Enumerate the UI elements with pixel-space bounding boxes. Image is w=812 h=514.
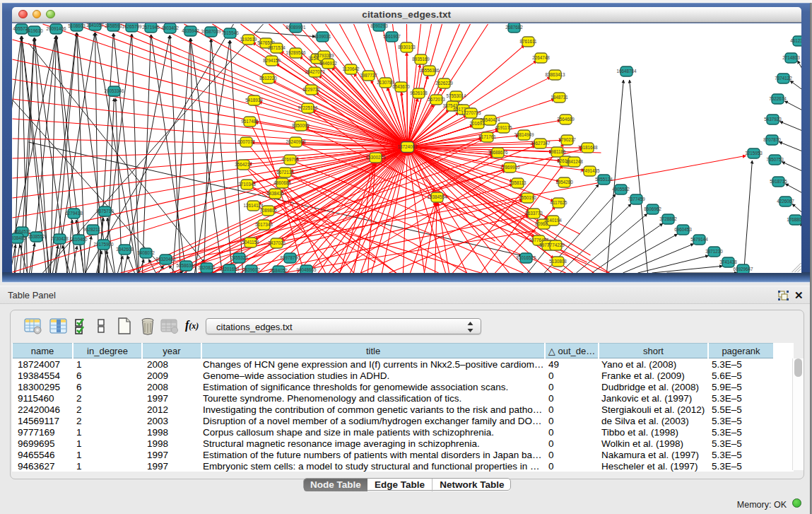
svg-text:29175900: 29175900 bbox=[93, 242, 114, 247]
svg-text:1192619: 1192619 bbox=[240, 37, 257, 42]
svg-text:6672134: 6672134 bbox=[276, 170, 294, 175]
svg-text:4191175: 4191175 bbox=[495, 125, 512, 130]
svg-text:8930103: 8930103 bbox=[398, 45, 416, 49]
svg-text:1987737: 1987737 bbox=[360, 73, 377, 78]
svg-text:6279418: 6279418 bbox=[65, 211, 83, 216]
svg-text:2110460: 2110460 bbox=[70, 237, 88, 242]
svg-text:1938483: 1938483 bbox=[12, 235, 26, 240]
svg-text:7350753: 7350753 bbox=[766, 157, 784, 162]
svg-text:5017343: 5017343 bbox=[255, 222, 273, 227]
svg-text:2458591: 2458591 bbox=[105, 23, 122, 28]
svg-text:3215953: 3215953 bbox=[745, 151, 763, 156]
svg-text:77491435: 77491435 bbox=[579, 168, 600, 173]
svg-text:7774229: 7774229 bbox=[547, 243, 565, 247]
svg-text:28814949: 28814949 bbox=[514, 132, 534, 137]
svg-text:4769795: 4769795 bbox=[281, 157, 299, 162]
svg-text:96282117: 96282117 bbox=[83, 227, 102, 232]
svg-text:1120642: 1120642 bbox=[342, 66, 360, 71]
svg-text:4905582: 4905582 bbox=[612, 187, 630, 192]
svg-text:2564689: 2564689 bbox=[557, 117, 575, 122]
svg-text:5661907: 5661907 bbox=[383, 34, 401, 39]
svg-text:8707870: 8707870 bbox=[763, 137, 781, 142]
svg-text:4226067: 4226067 bbox=[777, 199, 794, 204]
svg-text:8090293: 8090293 bbox=[370, 23, 388, 28]
svg-text:2571945: 2571945 bbox=[142, 25, 160, 30]
svg-text:1109031: 1109031 bbox=[314, 34, 331, 39]
svg-text:9626108: 9626108 bbox=[410, 90, 428, 95]
svg-text:83793389: 83793389 bbox=[314, 53, 334, 58]
svg-text:90048665: 90048665 bbox=[296, 267, 317, 272]
svg-text:8606962: 8606962 bbox=[644, 206, 661, 211]
svg-text:20053346: 20053346 bbox=[104, 88, 124, 93]
svg-text:1538552: 1538552 bbox=[28, 234, 45, 239]
svg-text:57553014: 57553014 bbox=[446, 93, 466, 98]
svg-text:3341057: 3341057 bbox=[86, 23, 104, 28]
svg-text:3710343: 3710343 bbox=[238, 182, 256, 187]
svg-text:1419610: 1419610 bbox=[25, 28, 43, 33]
svg-text:89089901: 89089901 bbox=[286, 25, 306, 30]
svg-text:4117625: 4117625 bbox=[550, 200, 567, 205]
svg-text:7455324: 7455324 bbox=[230, 255, 248, 260]
svg-text:6960453: 6960453 bbox=[674, 227, 692, 232]
svg-text:8612220: 8612220 bbox=[259, 76, 277, 81]
svg-text:26240908: 26240908 bbox=[286, 139, 306, 144]
svg-text:5041154: 5041154 bbox=[242, 240, 259, 245]
svg-text:7022674: 7022674 bbox=[769, 96, 787, 101]
svg-text:6543670: 6543670 bbox=[392, 84, 410, 89]
svg-text:3564217: 3564217 bbox=[235, 162, 252, 167]
svg-text:39587039: 39587039 bbox=[201, 29, 221, 34]
svg-text:5418934: 5418934 bbox=[245, 98, 263, 103]
svg-text:2839607: 2839607 bbox=[242, 267, 260, 272]
svg-text:4860684: 4860684 bbox=[273, 180, 291, 185]
svg-text:4335942: 4335942 bbox=[182, 28, 199, 33]
svg-text:1954280: 1954280 bbox=[555, 180, 573, 185]
svg-text:3320821: 3320821 bbox=[198, 265, 216, 270]
svg-text:8633773: 8633773 bbox=[525, 211, 543, 216]
svg-text:3741438: 3741438 bbox=[719, 259, 737, 264]
svg-text:7730428: 7730428 bbox=[51, 236, 69, 241]
svg-text:8935169: 8935169 bbox=[412, 57, 430, 62]
svg-text:25300275: 25300275 bbox=[365, 155, 386, 160]
svg-text:14265799: 14265799 bbox=[122, 24, 142, 29]
svg-text:3871230: 3871230 bbox=[705, 249, 723, 254]
svg-text:1841248: 1841248 bbox=[565, 159, 583, 164]
svg-text:9375710: 9375710 bbox=[96, 209, 114, 214]
svg-text:5408072: 5408072 bbox=[137, 250, 155, 255]
svg-text:3684052: 3684052 bbox=[270, 268, 288, 273]
svg-text:2264748: 2264748 bbox=[532, 55, 550, 60]
svg-text:6007072: 6007072 bbox=[237, 139, 255, 144]
svg-text:35556386: 35556386 bbox=[419, 68, 440, 73]
svg-text:17869910: 17869910 bbox=[500, 165, 520, 170]
svg-text:12614124: 12614124 bbox=[243, 203, 264, 208]
svg-text:81016525: 81016525 bbox=[516, 255, 536, 260]
svg-text:5672073: 5672073 bbox=[428, 97, 445, 102]
svg-text:3728882: 3728882 bbox=[659, 216, 677, 221]
svg-text:5171761: 5171761 bbox=[478, 134, 496, 139]
svg-text:4903402: 4903402 bbox=[161, 25, 179, 30]
svg-text:5479144: 5479144 bbox=[690, 237, 708, 242]
svg-text:5437923: 5437923 bbox=[764, 117, 782, 122]
svg-text:2437026: 2437026 bbox=[268, 240, 286, 245]
svg-text:4612365: 4612365 bbox=[790, 38, 801, 43]
svg-text:8761611: 8761611 bbox=[519, 39, 537, 44]
svg-text:34627347: 34627347 bbox=[530, 141, 551, 146]
svg-text:5108603: 5108603 bbox=[68, 23, 86, 28]
svg-text:5855124: 5855124 bbox=[595, 177, 613, 182]
svg-text:2140194: 2140194 bbox=[544, 218, 562, 223]
svg-text:8350099: 8350099 bbox=[292, 123, 310, 128]
svg-text:89978790: 89978790 bbox=[280, 255, 300, 260]
svg-text:18724007: 18724007 bbox=[397, 144, 418, 149]
svg-text:1981186: 1981186 bbox=[548, 149, 566, 154]
svg-text:2687682: 2687682 bbox=[505, 25, 523, 30]
svg-text:20091406: 20091406 bbox=[46, 26, 66, 31]
svg-text:38427073: 38427073 bbox=[305, 69, 325, 74]
svg-text:19384554: 19384554 bbox=[427, 194, 447, 199]
svg-text:97225156: 97225156 bbox=[298, 105, 318, 110]
svg-text:58586340: 58586340 bbox=[176, 263, 196, 268]
svg-text:17270733: 17270733 bbox=[461, 110, 481, 115]
svg-text:5130808: 5130808 bbox=[549, 259, 567, 264]
svg-text:1768805: 1768805 bbox=[787, 217, 801, 222]
svg-text:3790237: 3790237 bbox=[558, 137, 576, 142]
svg-text:6438436: 6438436 bbox=[266, 191, 284, 196]
svg-text:22201654: 22201654 bbox=[219, 267, 240, 271]
